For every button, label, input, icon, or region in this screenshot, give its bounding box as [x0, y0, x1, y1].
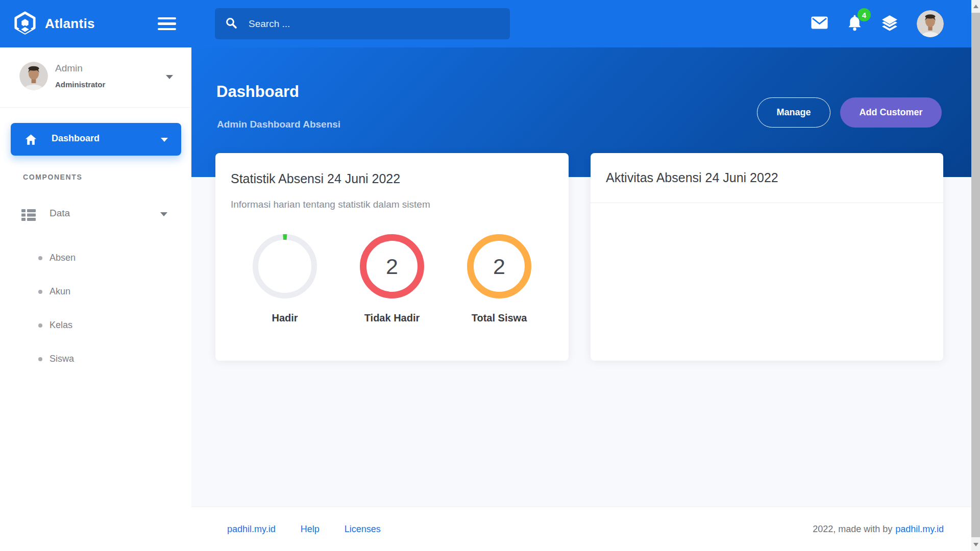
manage-button[interactable]: Manage: [757, 97, 830, 128]
user-role: Administrator: [55, 80, 105, 89]
stat-tidak-hadir: 2 Tidak Hadir: [338, 233, 446, 324]
sidebar-item-dashboard[interactable]: Dashboard: [11, 123, 181, 156]
page-title: Dashboard: [216, 83, 299, 101]
total-siswa-ring-chart: 2: [465, 233, 533, 300]
footer-link-help[interactable]: Help: [301, 524, 320, 535]
brand-name: Atlantis: [45, 16, 95, 32]
copyright-link[interactable]: padhil.my.id: [895, 524, 944, 535]
stat-value: 2: [358, 233, 426, 300]
stat-label: Hadir: [272, 312, 298, 324]
copyright-text: 2022, made with by: [813, 524, 892, 535]
tidak-hadir-ring-chart: 2: [358, 233, 426, 300]
sidebar-item-label: Data: [50, 208, 70, 219]
footer-links: padhil.my.id Help Licenses: [227, 507, 381, 551]
table-list-icon: [21, 209, 36, 223]
bullet-icon: [38, 323, 42, 328]
sidebar-subitem-siswa[interactable]: Siswa: [0, 349, 191, 370]
footer: padhil.my.id Help Licenses 2022, made wi…: [191, 507, 971, 551]
stat-hadir: Hadir: [231, 233, 338, 324]
user-menu[interactable]: Admin Administrator: [0, 55, 191, 104]
scroll-up-button[interactable]: [971, 0, 980, 13]
search-input[interactable]: [249, 18, 500, 30]
footer-link-licenses[interactable]: Licenses: [345, 524, 381, 535]
stat-value: 2: [465, 233, 533, 300]
bullet-icon: [38, 357, 42, 361]
sidebar-divider: [0, 107, 191, 108]
chevron-down-icon: [160, 212, 167, 216]
sidebar-subitem-akun[interactable]: Akun: [0, 282, 191, 303]
statistik-card: Statistik Absensi 24 Juni 2022 Informasi…: [215, 153, 569, 361]
notifications-button[interactable]: 4: [847, 14, 863, 33]
vertical-scrollbar[interactable]: [971, 0, 980, 551]
topbar: 4: [191, 0, 971, 47]
footer-copyright: 2022, made with by padhil.my.id: [813, 507, 944, 551]
scroll-down-button[interactable]: [971, 538, 980, 551]
sidebar: Admin Administrator Dashboard COMPONENTS…: [0, 47, 191, 551]
aktivitas-card: Aktivitas Absensi 24 Juni 2022: [591, 153, 943, 361]
layers-icon: [881, 15, 898, 33]
search-icon: [225, 17, 237, 31]
quick-actions-button[interactable]: [881, 15, 898, 33]
user-name: Admin: [55, 63, 83, 74]
chevron-down-icon: [161, 138, 168, 142]
stat-label: Total Siswa: [472, 312, 527, 324]
stat-label: Tidak Hadir: [364, 312, 420, 324]
arrow-down-icon: [973, 543, 978, 546]
profile-avatar[interactable]: [917, 10, 944, 37]
bullet-icon: [38, 290, 42, 294]
aktivitas-card-body: [591, 203, 943, 361]
footer-link-padhil[interactable]: padhil.my.id: [227, 524, 276, 535]
statistik-card-subtitle: Informasi harian tentang statistik dalam…: [231, 199, 430, 210]
stats-row: Hadir 2 Tidak Hadir 2 Total Siswa: [215, 233, 569, 324]
user-avatar: [19, 62, 48, 90]
stat-total-siswa: 2 Total Siswa: [446, 233, 553, 324]
sidebar-subitem-absen[interactable]: Absen: [0, 248, 191, 269]
bullet-icon: [38, 256, 42, 260]
messages-button[interactable]: [811, 16, 828, 31]
brand-link[interactable]: Atlantis: [13, 11, 95, 37]
sidebar-item-data[interactable]: Data: [0, 199, 191, 229]
scrollbar-thumb[interactable]: [971, 13, 980, 537]
sidebar-toggle-button[interactable]: [156, 15, 178, 33]
aktivitas-card-title: Aktivitas Absensi 24 Juni 2022: [606, 170, 778, 185]
sidebar-item-label: Dashboard: [52, 133, 100, 144]
mail-icon: [811, 16, 828, 31]
page-subtitle: Admin Dashboard Absensi: [217, 119, 340, 130]
chevron-down-icon: [166, 75, 173, 79]
atlantis-logo-icon: [13, 11, 37, 37]
hadir-ring-chart: [251, 233, 318, 300]
notification-count-badge: 4: [857, 8, 871, 21]
topbar-icons: 4: [811, 0, 944, 47]
aktivitas-card-header: Aktivitas Absensi 24 Juni 2022: [591, 153, 943, 203]
sidebar-section-label: COMPONENTS: [23, 173, 82, 181]
statistik-card-title: Statistik Absensi 24 Juni 2022: [231, 171, 400, 186]
search-box: [215, 8, 510, 39]
arrow-up-icon: [973, 5, 978, 8]
add-customer-button[interactable]: Add Customer: [840, 97, 942, 128]
logo-header: Atlantis: [0, 0, 191, 47]
sidebar-subitem-kelas[interactable]: Kelas: [0, 316, 191, 336]
stat-value: [251, 233, 318, 300]
home-icon: [24, 133, 38, 148]
